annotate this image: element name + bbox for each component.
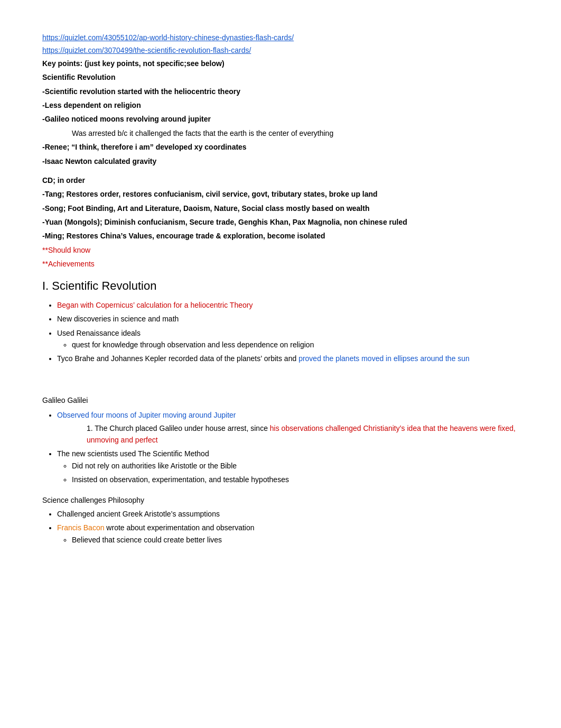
- four-moons-link: Observed four moons of Jupiter moving ar…: [57, 411, 236, 419]
- link-scientific-revolution[interactable]: https://quizlet.com/3070499/the-scientif…: [42, 44, 519, 56]
- sub-bullet-arrested: Was arrested b/c it challenged the facts…: [72, 127, 519, 139]
- cd-label: CD; in order: [42, 174, 519, 186]
- ming-text: -Ming; Restores China’s Values, encourag…: [42, 230, 519, 242]
- main-bullets-list: Began with Copernicus’ calculation for a…: [57, 299, 519, 365]
- link-chinese-dynasties[interactable]: https://quizlet.com/43055102/ap-world-hi…: [42, 32, 519, 43]
- achievements: **Achievements: [42, 258, 519, 270]
- bullet-new-discoveries: New discoveries in science and math: [57, 313, 519, 325]
- bullet-aristotle: Challenged ancient Greek Aristotle’s ass…: [57, 508, 519, 520]
- sub-no-authorities: Did not rely on authorities like Aristot…: [72, 460, 519, 472]
- francis-bacon-link: Francis Bacon: [57, 523, 104, 532]
- bullet-francis-bacon: Francis Bacon wrote about experimentatio…: [57, 522, 519, 546]
- keypoints-label: Key points: (just key points, not specif…: [42, 58, 519, 69]
- science-challenges-label: Science challenges Philosophy: [42, 494, 519, 506]
- renaissance-sub-list: quest for knowledge through observation …: [72, 339, 519, 351]
- song-text: -Song; Foot Binding, Art and Literature,…: [42, 202, 519, 214]
- section-heading: I. Scientific Revolution: [42, 277, 519, 295]
- scientific-revolution-heading: Scientific Revolution: [42, 71, 519, 83]
- bullet-renee: -Renee; “I think, therefore i am” develo…: [42, 141, 519, 153]
- tang-text: -Tang; Restores order, restores confucia…: [42, 188, 519, 200]
- sub-observation: Insisted on observation, experimentation…: [72, 474, 519, 485]
- science-challenges-list: Challenged ancient Greek Aristotle’s ass…: [57, 508, 519, 546]
- bullet-newton: -Isaac Newton calculated gravity: [42, 155, 519, 167]
- galileo-label: Galileo Galilei: [42, 394, 519, 406]
- planets-ellipses-link: proved the planets moved in ellipses aro…: [298, 354, 470, 363]
- bullet-four-moons: Observed four moons of Jupiter moving ar…: [57, 409, 519, 446]
- bullet-religion: -Less dependent on religion: [42, 99, 519, 111]
- bacon-sub-list: Believed that science could create bette…: [72, 534, 519, 546]
- bullet-scientific-method: The new scientists used The Scientific M…: [57, 448, 519, 485]
- copernicus-link: Began with Copernicus’ calculation for a…: [57, 301, 253, 309]
- scientific-method-text: The new scientists used The Scientific M…: [57, 449, 209, 458]
- bullet-galileo-moons: -Galileo noticed moons revolving around …: [42, 113, 519, 125]
- bullet-tyco-brahe: Tyco Brahe and Johannes Kepler recorded …: [57, 353, 519, 364]
- church-arrest-text: 1. The Church placed Galileo under house…: [87, 422, 519, 446]
- should-know: **Should know: [42, 244, 519, 256]
- bullet-copernicus: Began with Copernicus’ calculation for a…: [57, 299, 519, 311]
- scientific-method-sub-list: Did not rely on authorities like Aristot…: [72, 460, 519, 486]
- sub-better-lives: Believed that science could create bette…: [72, 534, 519, 546]
- sub-quest-knowledge: quest for knowledge through observation …: [72, 339, 519, 351]
- galileo-bullets-list: Observed four moons of Jupiter moving ar…: [57, 409, 519, 485]
- bullet-renaissance: Used Renaissance ideals quest for knowle…: [57, 327, 519, 351]
- yuan-text: -Yuan (Mongols); Diminish confucianism, …: [42, 216, 519, 228]
- bullet-heliocentric: -Scientific revolution started with the …: [42, 86, 519, 97]
